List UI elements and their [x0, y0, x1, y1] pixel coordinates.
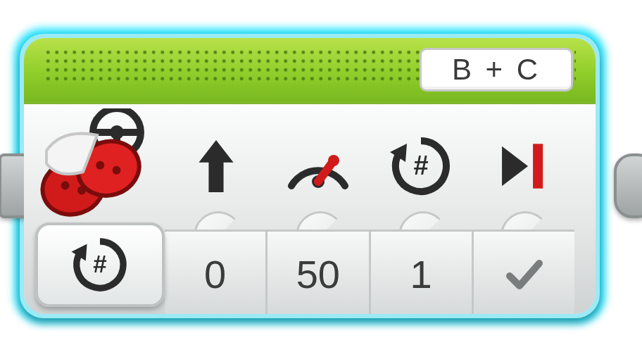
svg-text:#: # [93, 250, 106, 277]
svg-text:#: # [413, 151, 428, 180]
port-selector[interactable]: B + C [420, 48, 573, 92]
data-port-out[interactable] [614, 153, 642, 218]
svg-point-11 [328, 155, 339, 166]
block-header: B + C [24, 38, 596, 104]
rotations-mode-icon: # [68, 232, 132, 297]
direction-arrow-icon [165, 117, 268, 215]
brake-value[interactable] [472, 232, 574, 314]
move-steering-block: B + C [24, 38, 596, 314]
check-icon [503, 253, 545, 296]
mode-button[interactable]: # [35, 222, 165, 307]
power-gauge-icon [268, 117, 370, 215]
svg-rect-13 [533, 144, 543, 188]
parameter-row: 0 50 1 [165, 230, 574, 314]
power-value[interactable]: 50 [265, 232, 368, 314]
steering-value[interactable]: 0 [165, 232, 265, 314]
rotations-count-icon: # [370, 117, 472, 215]
move-steering-icon [34, 108, 175, 228]
rotations-value[interactable]: 1 [369, 232, 472, 314]
brake-end-icon [472, 117, 575, 215]
